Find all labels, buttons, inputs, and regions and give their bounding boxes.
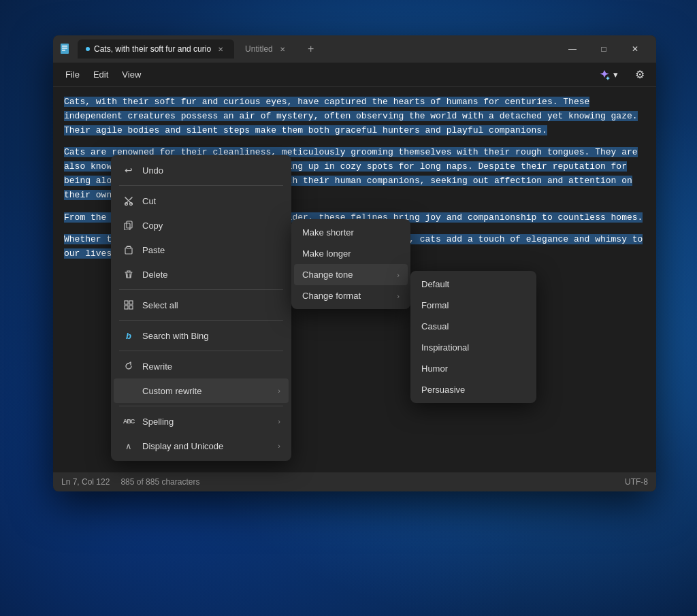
bing-icon: b [122,329,135,342]
paste-icon [122,243,135,257]
submenu1-change-format[interactable]: Change format › [294,285,408,306]
paste-label: Paste [142,245,280,255]
copilot-button[interactable]: ▾ [593,66,623,84]
svg-rect-1 [62,46,67,47]
display-unicode-icon: ∧ [122,439,135,453]
delete-label: Delete [142,270,280,280]
rewrite-icon [122,359,135,373]
copilot-dropdown-arrow: ▾ [613,69,618,80]
tone-formal[interactable]: Formal [413,295,534,316]
menu-view[interactable]: View [115,67,148,82]
change-tone-label: Change tone [302,270,390,280]
context-menu-paste[interactable]: Paste [114,238,289,262]
window-controls: — □ ✕ [557,38,651,60]
svg-rect-10 [127,246,131,247]
custom-rewrite-label: Custom rewrite [142,386,271,396]
context-menu-custom-rewrite[interactable]: Custom rewrite › [114,378,289,403]
context-menu-rewrite[interactable]: Rewrite [114,354,289,378]
submenu1-make-shorter[interactable]: Make shorter [294,222,408,243]
context-menu-undo[interactable]: ↩ Undo [114,158,289,182]
change-tone-submenu: Default Formal Casual Inspirational Humo… [410,271,536,403]
svg-rect-14 [129,306,133,309]
svg-rect-2 [62,48,67,49]
tab-label: Cats, with their soft fur and curio [94,44,211,54]
context-menu-select-all[interactable]: Select all [114,293,289,317]
submenu-arrow-1: › [278,387,280,395]
cursor-position: Ln 7, Col 122 [61,477,110,487]
separator-4 [119,351,283,351]
tone-default-label: Default [421,279,525,289]
context-menu-search-bing[interactable]: b Search with Bing [114,323,289,348]
menu-bar: File Edit View ▾ ⚙ [53,63,656,87]
context-menu: ↩ Undo Cut Copy Paste Delete Select all [111,155,291,461]
encoding: UTF-8 [625,477,648,487]
copilot-icon [598,69,611,81]
copy-icon [122,218,135,232]
tone-formal-label: Formal [421,300,525,310]
tone-humor-label: Humor [421,363,525,374]
tone-humor[interactable]: Humor [413,358,534,379]
tab-close-button[interactable]: ✕ [277,44,288,54]
svg-rect-3 [62,50,65,51]
search-bing-label: Search with Bing [142,331,280,341]
copy-label: Copy [142,221,280,231]
selected-text-1: Cats, with their soft fur and curious ey… [64,97,638,135]
spelling-label: Spelling [142,417,271,427]
maximize-button[interactable]: □ [588,38,619,60]
change-format-label: Change format [302,291,390,301]
separator-2 [119,289,283,290]
context-menu-copy[interactable]: Copy [114,213,289,238]
tone-persuasive[interactable]: Persuasive [413,379,534,400]
select-all-icon [122,298,135,312]
svg-rect-6 [127,221,132,228]
custom-rewrite-submenu: Make shorter Make longer Change tone › C… [291,219,410,309]
menu-edit[interactable]: Edit [86,67,115,82]
spelling-icon: ABC [122,415,135,428]
separator-3 [119,320,283,321]
undo-icon: ↩ [122,163,135,177]
svg-rect-12 [129,301,133,304]
tone-casual[interactable]: Casual [413,316,534,337]
status-bar: Ln 7, Col 122 885 of 885 characters UTF-… [53,472,656,491]
separator-5 [119,406,283,406]
tab-untitled[interactable]: Untitled ✕ [237,39,296,59]
submenu1-make-longer[interactable]: Make longer [294,243,408,264]
minimize-button[interactable]: — [557,38,588,60]
menu-bar-right: ▾ ⚙ [593,64,651,86]
change-tone-arrow: › [397,271,400,279]
context-menu-delete[interactable]: Delete [114,262,289,287]
select-all-label: Select all [142,300,280,310]
settings-button[interactable]: ⚙ [629,64,651,86]
tab-cats[interactable]: Cats, with their soft fur and curio ✕ [78,39,234,59]
char-count: 885 of 885 characters [120,477,199,487]
svg-rect-13 [125,306,128,309]
tone-casual-label: Casual [421,321,525,331]
submenu1-change-tone[interactable]: Change tone › [294,264,408,285]
svg-rect-7 [125,223,130,230]
title-bar: Cats, with their soft fur and curio ✕ Un… [53,35,656,63]
close-button[interactable]: ✕ [619,38,651,60]
make-shorter-label: Make shorter [302,227,400,238]
modified-indicator [86,47,90,51]
tab-close-button[interactable]: ✕ [215,44,226,54]
submenu-arrow-2: › [278,417,280,425]
paragraph-1: Cats, with their soft fur and curious ey… [64,95,645,137]
cut-label: Cut [142,196,280,206]
context-menu-spelling[interactable]: ABC Spelling › [114,409,289,434]
new-tab-button[interactable]: + [302,39,321,59]
cut-icon [122,194,135,208]
notepad-icon [59,42,72,56]
tone-inspirational-label: Inspirational [421,342,525,353]
context-menu-cut[interactable]: Cut [114,189,289,213]
menu-file[interactable]: File [59,67,86,82]
tone-persuasive-label: Persuasive [421,385,525,395]
separator-1 [119,185,283,186]
tab-label: Untitled [245,44,273,54]
context-menu-display-unicode[interactable]: ∧ Display and Unicode › [114,434,289,458]
undo-label: Undo [142,165,280,176]
svg-rect-11 [125,301,128,304]
display-unicode-label: Display and Unicode [142,441,271,451]
tone-inspirational[interactable]: Inspirational [413,337,534,358]
tone-default[interactable]: Default [413,274,534,295]
change-format-arrow: › [397,292,400,300]
